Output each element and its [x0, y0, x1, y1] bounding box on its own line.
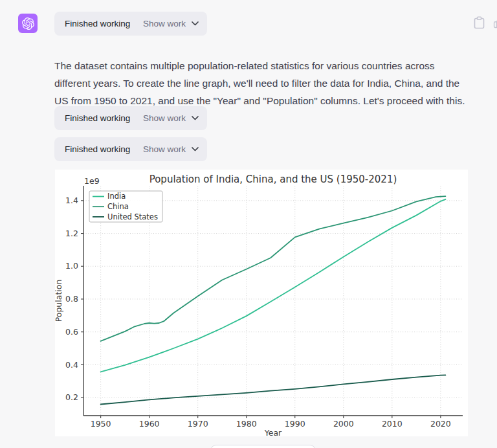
chevron-down-icon: [192, 147, 199, 151]
openai-logo-icon: [22, 17, 34, 30]
x-tick-label: 2020: [430, 419, 451, 429]
bottom-partial-pill[interactable]: [210, 445, 316, 448]
x-tick-label: 1980: [236, 419, 257, 429]
chart-canvas: Population of India, China, and the US (…: [55, 170, 468, 436]
legend-label: India: [107, 192, 126, 201]
x-tick-label: 1970: [188, 419, 208, 429]
copy-icon[interactable]: [474, 16, 485, 29]
x-tick-label: 1950: [91, 419, 111, 429]
y-tick-label: 0.2: [65, 392, 78, 402]
x-tick-label: 1990: [285, 419, 305, 429]
finished-working-pill-2[interactable]: Finished working Show work: [54, 106, 207, 130]
chat-assistant-turn: { "page": { "background": "#f7f7f8", "pi…: [0, 0, 497, 448]
legend-label: United States: [107, 212, 158, 221]
y-axis-offset-text: 1e9: [84, 176, 100, 186]
y-tick-label: 0.8: [65, 294, 78, 304]
x-tick-label: 2010: [382, 419, 403, 429]
legend-label: China: [107, 202, 129, 211]
y-axis-label: Population: [55, 280, 63, 322]
finished-working-pill-1[interactable]: Finished working Show work: [54, 12, 207, 36]
chart-title: Population of India, China, and the US (…: [149, 174, 397, 185]
thumbs-up-icon[interactable]: [493, 16, 497, 29]
y-tick-label: 1.4: [65, 196, 78, 205]
y-tick-label: 1.0: [65, 261, 78, 271]
step-status-label: Finished working: [65, 144, 130, 154]
chevron-down-icon: [192, 116, 199, 120]
step-status-label: Finished working: [65, 19, 130, 28]
x-tick-label: 2000: [333, 419, 354, 429]
finished-working-pill-3[interactable]: Finished working Show work: [54, 137, 207, 161]
population-line-chart: Population of India, China, and the US (…: [55, 170, 468, 436]
series-line-india: [101, 199, 446, 372]
step-status-label: Finished working: [65, 113, 130, 123]
x-tick-label: 1960: [139, 419, 160, 429]
y-tick-label: 0.6: [65, 327, 78, 337]
series-line-united-states: [101, 375, 446, 404]
assistant-message-text: The dataset contains multiple population…: [54, 57, 466, 109]
show-work-button[interactable]: Show work: [143, 144, 199, 154]
show-work-button[interactable]: Show work: [143, 19, 199, 28]
y-tick-label: 0.4: [65, 360, 78, 370]
chevron-down-icon: [192, 21, 199, 26]
y-tick-label: 1.2: [65, 229, 78, 238]
legend: IndiaChinaUnited States: [89, 191, 162, 222]
assistant-avatar: [18, 14, 38, 33]
message-actions: [474, 16, 497, 29]
show-work-button[interactable]: Show work: [143, 113, 199, 123]
x-axis-label: Year: [264, 428, 282, 436]
